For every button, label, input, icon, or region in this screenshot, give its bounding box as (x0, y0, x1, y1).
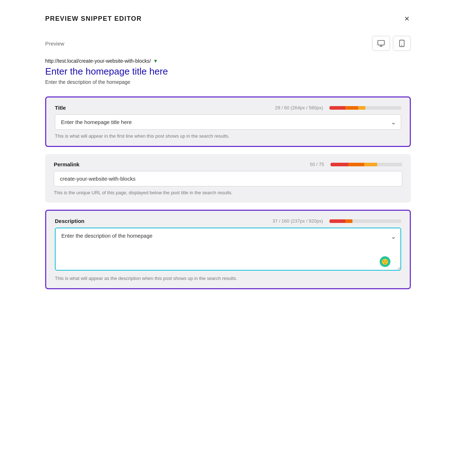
title-progress-seg-1 (329, 106, 345, 110)
description-textarea-wrapper: ⌄ 🙂 (55, 228, 401, 272)
title-hint: This is what will appear in the first li… (55, 133, 401, 139)
permalink-progress-seg-1 (331, 163, 348, 166)
title-progress-seg-4 (365, 106, 401, 110)
title-progress-seg-3 (358, 106, 365, 110)
permalink-section-header: Permalink 50 / 75 (54, 161, 402, 167)
permalink-hint: This is the unique URL of this page, dis… (54, 190, 402, 195)
desktop-view-button[interactable] (372, 36, 390, 51)
description-progress-seg-1 (329, 219, 345, 223)
title-section-header: Title 29 / 60 (264px / 580px) (55, 105, 401, 111)
title-counter: 29 / 60 (264px / 580px) (275, 105, 323, 110)
preview-label: Preview (45, 41, 64, 47)
permalink-section-card: Permalink 50 / 75 This is the unique URL… (45, 154, 411, 203)
modal-title: PREVIEW SNIPPET EDITOR (45, 15, 142, 23)
emoji-smile-icon: 🙂 (380, 256, 390, 267)
permalink-progress-bar (331, 163, 402, 166)
close-button[interactable]: × (403, 13, 411, 24)
mobile-view-button[interactable] (393, 36, 411, 51)
description-progress-seg-3 (352, 219, 401, 223)
permalink-section-label: Permalink (54, 161, 80, 167)
description-textarea[interactable] (55, 228, 401, 271)
permalink-progress-seg-2 (348, 163, 364, 166)
permalink-progress-seg-4 (377, 163, 402, 166)
description-progress-seg-2 (345, 219, 352, 223)
title-progress-bar (329, 106, 401, 110)
permalink-progress-seg-3 (364, 163, 377, 166)
permalink-input[interactable] (54, 171, 402, 186)
desktop-icon (377, 39, 385, 47)
url-row: http://test.local/create-your-website-wi… (45, 58, 411, 64)
description-section-header: Description 37 / 160 (237px / 920px) (55, 218, 401, 224)
mobile-icon (398, 39, 406, 47)
url-dropdown-arrow[interactable]: ▼ (153, 58, 158, 64)
title-input[interactable] (55, 114, 401, 130)
permalink-header-right: 50 / 75 (310, 162, 402, 167)
modal-header: PREVIEW SNIPPET EDITOR × (45, 13, 411, 24)
preview-label-row: Preview (45, 36, 411, 51)
description-progress-bar (329, 219, 401, 223)
description-section-card: Description 37 / 160 (237px / 920px) ⌄ 🙂… (45, 210, 411, 289)
description-section-label: Description (55, 218, 85, 224)
description-hint: This is what will appear as the descript… (55, 276, 401, 281)
title-input-wrapper: ⌄ (55, 114, 401, 130)
permalink-counter: 50 / 75 (310, 162, 324, 167)
title-section-label: Title (55, 105, 66, 111)
permalink-input-wrapper (54, 171, 402, 186)
description-header-right: 37 / 160 (237px / 920px) (272, 218, 401, 224)
preview-page-title: Enter the homepage title here (45, 66, 411, 77)
preview-box: http://test.local/create-your-website-wi… (45, 58, 411, 85)
svg-rect-0 (378, 41, 384, 45)
device-buttons (372, 36, 411, 51)
description-counter: 37 / 160 (237px / 920px) (272, 218, 323, 224)
preview-url: http://test.local/create-your-website-wi… (45, 58, 151, 64)
title-progress-seg-2 (345, 106, 358, 110)
title-section-card: Title 29 / 60 (264px / 580px) ⌄ This is … (45, 96, 411, 147)
preview-page-description: Enter the description of the homepage (45, 79, 411, 85)
title-header-right: 29 / 60 (264px / 580px) (275, 105, 401, 110)
